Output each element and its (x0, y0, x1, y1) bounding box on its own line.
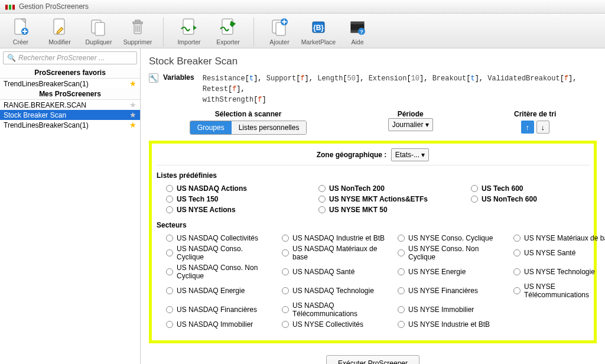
radio-option[interactable]: US NASDAQ Conso. Cyclique (166, 245, 271, 261)
option-label: US NASDAQ Santé (292, 268, 354, 276)
sort-desc-button[interactable]: ↓ (536, 121, 549, 134)
radio-option[interactable]: US NASDAQ Industrie et BtB (282, 234, 387, 242)
zone-select[interactable]: Etats-... ▾ (391, 148, 430, 161)
option-label: US NASDAQ Collectivités (177, 234, 258, 242)
help-button[interactable]: ? Aide (341, 17, 373, 46)
radio-option[interactable]: US NonTech 600 (471, 195, 605, 203)
radio-icon (318, 206, 326, 213)
option-label: US NASDAQ Actions (177, 184, 247, 193)
radio-option[interactable]: US NYSE Technologie (513, 264, 605, 280)
sidebar-item[interactable]: TrendLinesBreakerScan(1)★ (0, 79, 140, 89)
radio-option[interactable]: US NYSE Immobilier (398, 301, 503, 318)
radio-option[interactable]: US NYSE Energie (398, 264, 503, 280)
option-label: US NYSE Matériaux de base (524, 234, 605, 242)
radio-option[interactable]: US NASDAQ Santé (282, 264, 387, 280)
tab-groups[interactable]: Groupes (190, 121, 232, 134)
selection-label: Sélection à scanner (190, 110, 307, 118)
sidebar-item[interactable]: TrendLinesBreakerScan(1)★ (0, 120, 140, 130)
radio-option[interactable]: US NYSE Collectivités (282, 320, 387, 329)
marketplace-button[interactable]: {B} MarketPlace (302, 17, 334, 46)
duplicate-button[interactable]: Dupliquer (83, 17, 115, 46)
option-label: US NASDAQ Télécommunications (292, 301, 387, 318)
radio-option[interactable]: US NYSE Conso. Cyclique (398, 234, 503, 242)
option-label: US Tech 600 (482, 184, 523, 193)
radio-option[interactable]: US NASDAQ Collectivités (166, 234, 271, 242)
radio-icon (282, 321, 289, 328)
option-label: US Tech 150 (177, 195, 218, 203)
radio-icon (513, 235, 521, 242)
new-doc-icon (11, 17, 31, 37)
content-panel: Stock Breaker Scan 🔧 Variables Resistanc… (141, 48, 605, 364)
option-label: US NASDAQ Conso. Non Cyclique (177, 264, 271, 280)
search-placeholder: Rechercher ProScreener ... (18, 54, 105, 62)
radio-option[interactable]: US NASDAQ Technologie (282, 282, 387, 299)
candlestick-icon: ▮▮▮ (5, 3, 15, 11)
svg-rect-20 (351, 22, 364, 24)
search-input[interactable]: 🔍 Rechercher ProScreener ... (3, 51, 137, 64)
sidebar-item[interactable]: Stock Breaker Scan★ (0, 110, 140, 120)
radio-option[interactable]: US NYSE Conso. Non Cyclique (398, 245, 503, 261)
svg-rect-8 (135, 20, 140, 22)
export-icon (218, 17, 238, 37)
list-item-label: Stock Breaker Scan (4, 111, 66, 119)
radio-icon (398, 268, 405, 275)
option-label: US NASDAQ Technologie (292, 287, 374, 295)
option-label: US NonTech 600 (482, 195, 537, 203)
sidebar: 🔍 Rechercher ProScreener ... ProScreener… (0, 48, 141, 364)
radio-option[interactable]: US NYSE Santé (513, 245, 605, 261)
window-title: Gestion ProScreeners (19, 2, 89, 11)
period-label: Période (388, 110, 433, 118)
radio-option[interactable]: US NASDAQ Actions (166, 184, 308, 193)
radio-option[interactable]: US Tech 600 (471, 184, 605, 193)
radio-icon (166, 196, 173, 203)
sidebar-item[interactable]: RANGE.BREAKER.SCAN★ (0, 100, 140, 110)
star-icon[interactable]: ★ (129, 110, 136, 119)
modify-button[interactable]: Modifier (44, 17, 76, 46)
radio-option[interactable]: US NYSE MKT 50 (318, 206, 460, 214)
export-button[interactable]: Exporter (212, 17, 244, 46)
radio-option[interactable]: US NYSE MKT Actions&ETFs (318, 195, 460, 203)
star-icon[interactable]: ★ (129, 79, 136, 88)
radio-icon (282, 235, 289, 242)
radio-option[interactable]: US NYSE Financières (398, 282, 503, 299)
star-icon[interactable]: ★ (129, 121, 136, 129)
execute-button[interactable]: Exécuter ProScreener (326, 355, 419, 364)
radio-option[interactable]: US NYSE Industrie et BtB (398, 320, 503, 329)
radio-icon (166, 185, 173, 192)
option-label: US NASDAQ Matériaux de base (292, 245, 387, 261)
radio-option[interactable]: US NonTech 200 (318, 184, 460, 193)
radio-option[interactable]: US NYSE Actions (166, 206, 308, 214)
variables-settings-button[interactable]: 🔧 (149, 73, 158, 83)
variables-code: Resistance[t], Support[f], Length[50], E… (203, 73, 597, 105)
radio-option[interactable]: US NYSE Matériaux de base (513, 234, 605, 242)
mine-header: Mes ProScreeners (0, 89, 140, 100)
radio-icon (471, 185, 478, 192)
add-button[interactable]: Ajouter (264, 17, 295, 46)
radio-option[interactable]: US NASDAQ Conso. Non Cyclique (166, 264, 271, 280)
radio-option[interactable]: US NYSE Télécommunications (513, 282, 605, 299)
option-label: US NASDAQ Financières (177, 306, 257, 314)
radio-icon (166, 206, 173, 213)
fav-header: ProScreeners favoris (0, 67, 140, 79)
import-button[interactable]: Importer (173, 17, 205, 46)
star-icon[interactable]: ★ (129, 100, 136, 109)
tool-label: Ajouter (269, 38, 289, 46)
sort-asc-button[interactable]: ↑ (521, 121, 534, 134)
tab-personal-lists[interactable]: Listes personnelles (232, 121, 307, 134)
radio-option[interactable]: US Tech 150 (166, 195, 308, 203)
radio-option[interactable]: US NASDAQ Immobilier (166, 320, 271, 329)
period-select[interactable]: Journalier ▾ (388, 118, 433, 131)
radio-option[interactable]: US NASDAQ Financières (166, 301, 271, 318)
delete-button[interactable]: Supprimer (122, 17, 154, 46)
create-button[interactable]: Créer (5, 17, 37, 46)
radio-icon (282, 249, 289, 256)
radio-icon (398, 287, 405, 294)
option-label: US NYSE Actions (177, 206, 236, 214)
radio-option[interactable]: US NASDAQ Energie (166, 282, 271, 299)
radio-option[interactable]: US NASDAQ Matériaux de base (282, 245, 387, 261)
option-label: US NASDAQ Energie (177, 287, 245, 295)
predef-header: Listes prédéfinies (157, 169, 589, 182)
sort-label: Critère de tri (514, 110, 556, 118)
radio-option[interactable]: US NASDAQ Télécommunications (282, 301, 387, 318)
search-icon: 🔍 (7, 54, 16, 62)
